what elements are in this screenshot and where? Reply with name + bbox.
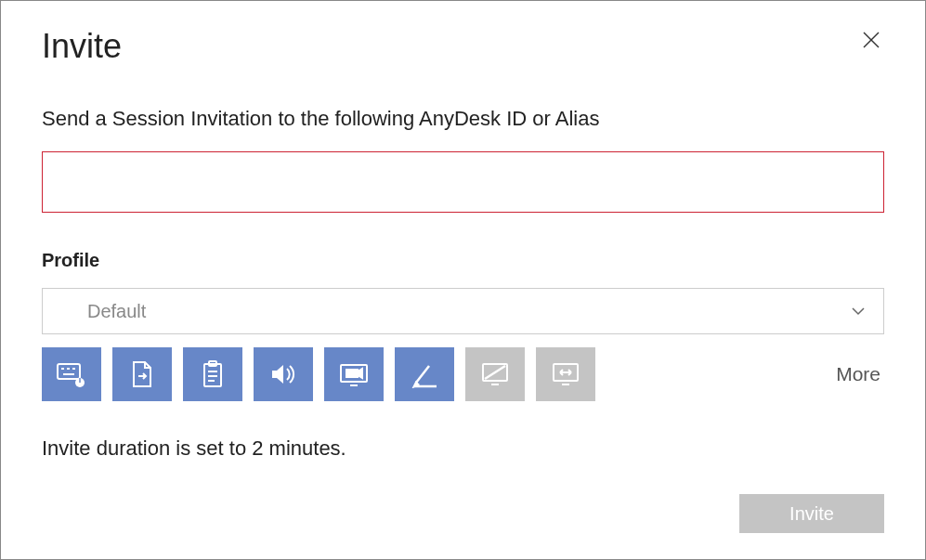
permissions-row: More — [42, 347, 884, 401]
permission-file-transfer[interactable] — [112, 347, 172, 401]
file-transfer-icon — [129, 359, 155, 389]
chevron-down-icon — [850, 303, 867, 319]
record-session-icon — [338, 360, 370, 388]
destination-input[interactable] — [42, 151, 884, 213]
control-input-icon — [56, 360, 87, 388]
invite-button-label: Invite — [789, 503, 834, 525]
more-permissions-link[interactable]: More — [836, 363, 884, 385]
close-icon — [862, 31, 880, 49]
permission-record-session[interactable] — [324, 347, 384, 401]
profile-label: Profile — [42, 250, 884, 271]
permission-clipboard[interactable] — [183, 347, 242, 401]
permission-audio[interactable] — [254, 347, 313, 401]
permission-switch-sides[interactable] — [536, 347, 595, 401]
permission-whiteboard[interactable] — [395, 347, 454, 401]
clipboard-icon — [201, 359, 225, 389]
profile-select[interactable]: Default — [42, 288, 884, 334]
profile-selected-value: Default — [87, 301, 146, 322]
close-button[interactable] — [858, 27, 884, 53]
duration-text: Invite duration is set to 2 minutes. — [42, 436, 884, 461]
svg-rect-2 — [58, 364, 80, 379]
switch-sides-icon — [550, 360, 581, 388]
block-input-icon — [479, 360, 511, 388]
whiteboard-icon — [411, 360, 438, 388]
invite-button[interactable]: Invite — [739, 494, 884, 533]
audio-icon — [268, 360, 298, 388]
permission-control-input[interactable] — [42, 347, 101, 401]
instruction-text: Send a Session Invitation to the followi… — [42, 107, 884, 131]
svg-rect-15 — [346, 370, 358, 377]
svg-line-20 — [485, 366, 505, 379]
dialog-title: Invite — [42, 27, 884, 66]
invite-dialog: Invite Send a Session Invitation to the … — [0, 0, 926, 560]
permission-block-input[interactable] — [465, 347, 525, 401]
